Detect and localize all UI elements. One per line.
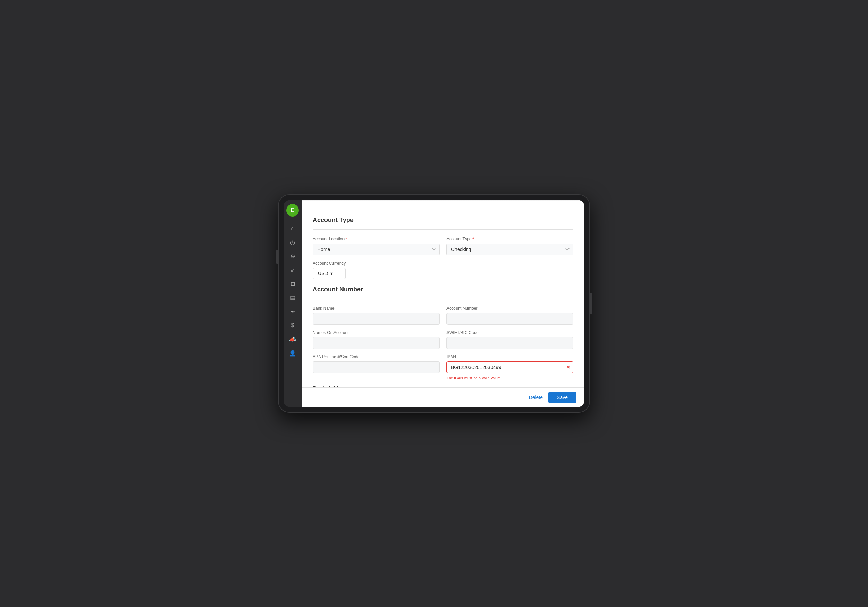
account-number-input[interactable] xyxy=(446,313,574,325)
routing-iban-row: ABA Routing #/Sort Code IBAN ✕ The IBAN … xyxy=(313,355,574,380)
main-content: Account Type Account Location* Home Inte… xyxy=(302,200,584,407)
scroll-hint xyxy=(302,200,584,201)
sidebar-item-edit[interactable]: ✒ xyxy=(286,305,299,318)
currency-button[interactable]: USD ▾ xyxy=(313,268,346,279)
sidebar-item-megaphone[interactable]: 📣 xyxy=(286,333,299,345)
tablet-screen: E ⌂ ◷ ⊕ ↙ ⊞ ▤ ✒ $ 📣 👤 Account Type xyxy=(284,200,584,407)
bank-name-input[interactable] xyxy=(313,313,440,325)
account-type-label: Account Type* xyxy=(446,237,574,242)
power-button xyxy=(589,293,592,314)
account-type-section: Account Type Account Location* Home Inte… xyxy=(313,217,574,279)
sidebar: E ⌂ ◷ ⊕ ↙ ⊞ ▤ ✒ $ 📣 👤 xyxy=(284,200,302,407)
sidebar-item-library[interactable]: ▤ xyxy=(286,291,299,304)
currency-label: Account Currency xyxy=(313,261,346,266)
iban-input-wrapper: ✕ xyxy=(446,361,574,373)
aba-routing-group: ABA Routing #/Sort Code xyxy=(313,355,440,380)
names-on-account-label: Names On Account xyxy=(313,330,440,335)
swift-bic-label: SWIFT/BIC Code xyxy=(446,330,574,335)
currency-dropdown-icon: ▾ xyxy=(330,271,333,276)
account-type-title: Account Type xyxy=(313,217,574,224)
delete-button[interactable]: Delete xyxy=(529,395,543,400)
sidebar-item-clock[interactable]: ◷ xyxy=(286,236,299,248)
bank-account-row: Bank Name Account Number xyxy=(313,306,574,325)
account-type-row: Account Location* Home International Acc… xyxy=(313,237,574,255)
bank-name-group: Bank Name xyxy=(313,306,440,325)
iban-clear-button[interactable]: ✕ xyxy=(566,364,570,370)
tablet-frame: E ⌂ ◷ ⊕ ↙ ⊞ ▤ ✒ $ 📣 👤 Account Type xyxy=(278,194,590,413)
sidebar-item-globe[interactable]: ⊕ xyxy=(286,250,299,262)
account-location-label: Account Location* xyxy=(313,237,440,242)
aba-routing-label: ABA Routing #/Sort Code xyxy=(313,355,440,359)
footer-bar: Delete Save xyxy=(302,387,584,407)
currency-group: Account Currency USD ▾ xyxy=(313,261,346,279)
names-on-account-group: Names On Account xyxy=(313,330,440,349)
sidebar-item-dollar[interactable]: $ xyxy=(286,319,299,331)
iban-group: IBAN ✕ The IBAN must be a valid value. xyxy=(446,355,574,380)
app-logo: E xyxy=(286,204,299,217)
sidebar-item-contact[interactable]: 👤 xyxy=(286,347,299,359)
swift-bic-group: SWIFT/BIC Code xyxy=(446,330,574,349)
save-button[interactable]: Save xyxy=(549,392,576,403)
account-location-group: Account Location* Home International xyxy=(313,237,440,255)
section-divider-2 xyxy=(313,299,574,299)
volume-button xyxy=(276,250,278,264)
sidebar-item-home[interactable]: ⌂ xyxy=(286,222,299,235)
sidebar-item-download[interactable]: ↙ xyxy=(286,264,299,276)
account-type-select[interactable]: Checking Savings Business xyxy=(446,243,574,255)
iban-error-message: The IBAN must be a valid value. xyxy=(446,376,574,380)
required-star-location: * xyxy=(345,237,347,242)
section-divider-1 xyxy=(313,229,574,230)
account-type-group: Account Type* Checking Savings Business xyxy=(446,237,574,255)
bank-name-label: Bank Name xyxy=(313,306,440,311)
swift-bic-input[interactable] xyxy=(446,337,574,349)
names-on-account-input[interactable] xyxy=(313,337,440,349)
iban-input[interactable] xyxy=(446,361,574,373)
account-number-title: Account Number xyxy=(313,286,574,293)
names-swift-row: Names On Account SWIFT/BIC Code xyxy=(313,330,574,349)
aba-routing-input[interactable] xyxy=(313,361,440,373)
form-panel: Account Type Account Location* Home Inte… xyxy=(302,200,584,407)
sidebar-item-gift[interactable]: ⊞ xyxy=(286,277,299,290)
account-number-label: Account Number xyxy=(446,306,574,311)
required-star-type: * xyxy=(473,237,474,242)
account-number-group: Account Number xyxy=(446,306,574,325)
currency-row: Account Currency USD ▾ xyxy=(313,261,574,279)
account-location-select[interactable]: Home International xyxy=(313,243,440,255)
iban-label: IBAN xyxy=(446,355,574,359)
account-number-section: Account Number Bank Name Account Number xyxy=(313,286,574,392)
